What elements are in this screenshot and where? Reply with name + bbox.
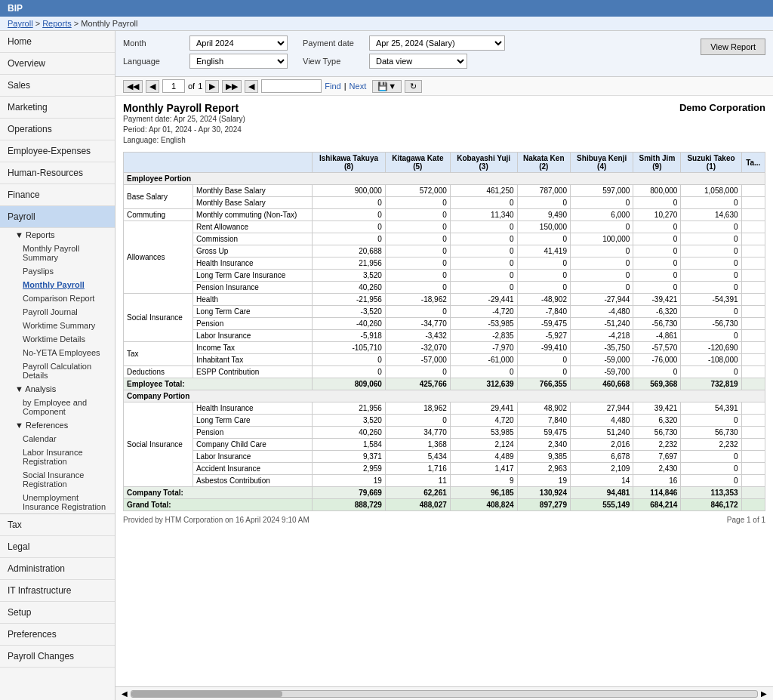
table-row: Commission 0000100,00000 (124, 233, 765, 245)
sidebar-item-references[interactable]: ▼ References (0, 418, 115, 432)
sidebar-item-tax[interactable]: Tax (0, 514, 115, 536)
sidebar-item-payslips[interactable]: Payslips (0, 264, 115, 278)
sidebar-item-reports[interactable]: ▼ Reports (0, 228, 115, 242)
table-row: Tax Income Tax -105,710-32,070-7,970-99,… (124, 342, 765, 354)
group-commuting: Commuting (124, 209, 193, 221)
pagination-bar: ◀◀ ◀ of 1 ▶ ▶▶ ◀ Find | Next 💾▼ ↻ (115, 77, 773, 96)
sidebar-item-setup[interactable]: Setup (0, 602, 115, 624)
sidebar-item-legal[interactable]: Legal (0, 536, 115, 558)
sidebar-item-unemployment-insurance[interactable]: Unemployment Insurance Registration (0, 491, 115, 513)
sidebar-item-preferences[interactable]: Preferences (0, 624, 115, 646)
col-shibuya: Shibuya Kenji(4) (570, 153, 633, 173)
sidebar-item-it-infrastructure[interactable]: IT Infrastructure (0, 580, 115, 602)
sidebar-item-marketing[interactable]: Marketing (0, 97, 115, 119)
back-button[interactable]: ◀ (245, 80, 258, 93)
sidebar-item-sales[interactable]: Sales (0, 75, 115, 97)
group-social-insurance: Social Insurance (124, 294, 193, 342)
table-row: Health Insurance 21,956000000 (124, 257, 765, 270)
group-base-salary: Base Salary (124, 185, 193, 209)
table-row: Pension Insurance 40,260000000 (124, 282, 765, 294)
sidebar-item-payroll[interactable]: Payroll (0, 206, 115, 228)
sidebar-item-home[interactable]: Home (0, 31, 115, 53)
footer-left: Provided by HTM Corporation on 16 April … (123, 516, 310, 524)
table-row: Commuting Monthly commuting (Non-Tax) 00… (124, 209, 765, 221)
scroll-left-arrow[interactable]: ◀ (119, 689, 131, 698)
sidebar-item-by-employee[interactable]: by Employee and Component (0, 396, 115, 418)
sidebar-item-finance[interactable]: Finance (0, 184, 115, 206)
sidebar-item-worktime-details[interactable]: Worktime Details (0, 332, 115, 346)
last-page-button[interactable]: ▶▶ (222, 80, 242, 93)
refresh-button[interactable]: ↻ (405, 80, 422, 93)
page-number-input[interactable] (162, 79, 185, 93)
sidebar-item-administration[interactable]: Administration (0, 558, 115, 580)
sidebar-item-overview[interactable]: Overview (0, 53, 115, 75)
table-row: Inhabitant Tax 0-57,000-61,0000-59,000-7… (124, 354, 765, 366)
table-row: Company Child Care 1,5841,3682,1242,3402… (124, 439, 765, 451)
sidebar-item-calendar[interactable]: Calendar (0, 432, 115, 446)
scrollbar-track[interactable] (131, 690, 758, 698)
sidebar-item-labor-insurance[interactable]: Labor Insurance Registration (0, 446, 115, 468)
table-row: Allowances Rent Allowance 000150,000000 (124, 221, 765, 233)
month-select[interactable]: April 2024 March 2024 February 2024 (189, 35, 288, 51)
report-area: Monthly Payroll Report Payment date: Apr… (115, 96, 773, 686)
breadcrumb-current: Monthly Payroll (81, 19, 137, 28)
of-label: of (188, 82, 195, 91)
table-row: Long Term Care Insurance 3,520000000 (124, 270, 765, 282)
sidebar-item-comparison-report[interactable]: Comparison Report (0, 291, 115, 305)
table-row: Labor Insurance 9,3715,4344,4899,3856,67… (124, 451, 765, 463)
payment-date-select[interactable]: Apr 25, 2024 (Salary) (369, 35, 505, 51)
report-title: Monthly Payroll Report (123, 102, 245, 114)
scroll-right-arrow[interactable]: ▶ (758, 689, 770, 698)
sidebar-item-analysis[interactable]: ▼ Analysis (0, 382, 115, 396)
col-ishikawa: Ishikawa Takuya(8) (313, 153, 386, 173)
next-page-button[interactable]: ▶ (205, 80, 219, 93)
company-portion-header: Company Portion (124, 390, 765, 402)
next-link[interactable]: Next (350, 82, 367, 91)
report-table: Ishikawa Takuya(8) Kitagawa Kate(5) Koba… (123, 152, 765, 511)
sidebar-item-human-resources[interactable]: Human-Resources (0, 162, 115, 184)
group-company-social-insurance: Social Insurance (124, 402, 193, 487)
sidebar-item-operations[interactable]: Operations (0, 119, 115, 140)
company-total-row: Company Total: 79,66962,26196,185130,924… (124, 487, 765, 499)
table-row: Deductions ESPP Contribution 0000-59,700… (124, 366, 765, 378)
col-smith: Smith Jim(9) (633, 153, 681, 173)
app-title-bar: BIP (0, 0, 773, 17)
language-select[interactable]: English Japanese (189, 54, 288, 69)
sidebar-item-monthly-payroll-summary[interactable]: Monthly Payroll Summary (0, 242, 115, 264)
sidebar-item-no-yeta-employees[interactable]: No-YETA Employees (0, 346, 115, 359)
sidebar-item-employee-expenses[interactable]: Employee-Expenses (0, 140, 115, 162)
report-footer: Provided by HTM Corporation on 16 April … (123, 516, 765, 524)
first-page-button[interactable]: ◀◀ (123, 80, 143, 93)
col-suzuki: Suzuki Takeo(1) (681, 153, 741, 173)
table-row: Asbestos Contribution 191191914160 (124, 475, 765, 487)
export-button[interactable]: 💾▼ (372, 80, 402, 93)
controls-bar: Month April 2024 March 2024 February 202… (115, 31, 773, 77)
view-report-button[interactable]: View Report (701, 39, 765, 55)
table-row: Social Insurance Health Insurance 21,956… (124, 402, 765, 415)
sidebar-item-payroll-changes[interactable]: Payroll Changes (0, 646, 115, 668)
table-row: Social Insurance Health -21,956-18,962-2… (124, 294, 765, 306)
find-link[interactable]: Find (325, 82, 340, 91)
breadcrumb-payroll[interactable]: Payroll (8, 19, 33, 28)
scrollbar-thumb[interactable] (131, 691, 282, 697)
group-tax: Tax (124, 342, 193, 366)
find-input[interactable] (261, 79, 322, 93)
view-type-select[interactable]: Data view Summary view (369, 54, 467, 69)
breadcrumb-reports[interactable]: Reports (42, 19, 72, 28)
sidebar-item-worktime-summary[interactable]: Worktime Summary (0, 319, 115, 332)
table-row: Long Term Care -3,5200-4,720-7,840-4,480… (124, 306, 765, 318)
table-row: Long Term Care 3,52004,7207,8404,4806,32… (124, 415, 765, 427)
sidebar-item-payroll-journal[interactable]: Payroll Journal (0, 305, 115, 319)
col-kitagawa: Kitagawa Kate(5) (385, 153, 450, 173)
report-company: Demo Corporation (679, 102, 765, 113)
prev-page-button[interactable]: ◀ (146, 80, 159, 93)
sidebar-item-social-insurance[interactable]: Social Insurance Registration (0, 468, 115, 491)
month-label: Month (123, 39, 183, 48)
horizontal-scrollbar[interactable]: ◀ ▶ (115, 686, 773, 700)
sidebar-item-payroll-calculation-details[interactable]: Payroll Calculation Details (0, 359, 115, 382)
col-nakata: Nakata Ken(2) (517, 153, 570, 173)
employee-total-row: Employee Total: 809,060425,766312,639766… (124, 378, 765, 390)
table-row: Pension 40,26034,77053,98559,47551,24056… (124, 427, 765, 439)
sidebar-item-monthly-payroll[interactable]: Monthly Payroll (0, 278, 115, 291)
table-row: Gross Up 20,6880041,419000 (124, 245, 765, 257)
